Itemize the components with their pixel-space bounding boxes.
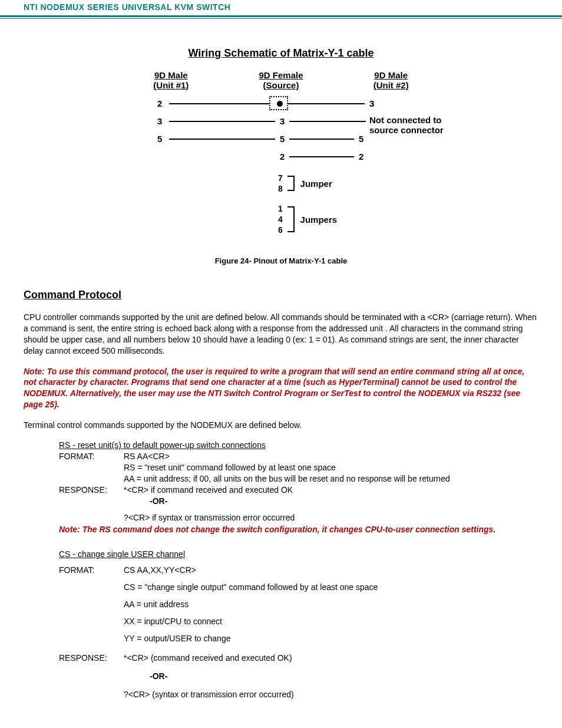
- pin-3-mid: 3: [280, 116, 285, 126]
- or-text: -OR-: [150, 671, 538, 682]
- paragraph-1: CPU controller commands supported by the…: [24, 312, 538, 357]
- pin-2-left: 2: [157, 98, 162, 108]
- cmd-cs-format-5: YY = output/USER to change: [124, 633, 538, 644]
- wire: [289, 121, 366, 122]
- jumpers-label: Jumpers: [300, 215, 338, 225]
- cmd-cs-resp-1: *<CR> (command received and executed OK): [124, 653, 538, 664]
- wire: [289, 156, 354, 157]
- response-label: RESPONSE:: [59, 485, 124, 507]
- cmd-cs-format-2: CS = "change single output" command foll…: [124, 582, 538, 593]
- cmd-rs-format-2: RS = "reset unit" command followed by at…: [124, 462, 538, 473]
- pin-5-right: 5: [359, 134, 363, 144]
- jumper-label: Jumper: [300, 179, 332, 189]
- junction-dot: [277, 101, 283, 107]
- col3-line1: 9D Male: [374, 70, 408, 80]
- pin-row-4: 2 2: [116, 151, 446, 169]
- figure-caption: Figure 24- Pinout of Matrix-Y-1 cable: [24, 256, 538, 265]
- paragraph-2: Terminal control commands supported by t…: [24, 420, 538, 431]
- wire: [169, 121, 275, 122]
- dotted-box: [269, 96, 288, 110]
- bracket-icon: [287, 176, 295, 191]
- cmd-rs-title: RS - reset unit(s) to default power-up s…: [59, 440, 538, 450]
- section-title: Command Protocol: [24, 289, 538, 301]
- col2-line2: (Source): [263, 80, 299, 90]
- page-body: Wiring Schematic of Matrix-Y-1 cable 9D …: [0, 31, 562, 728]
- pin-3-left: 3: [157, 116, 162, 126]
- note-protocol: Note: To use this command protocol, the …: [24, 366, 538, 411]
- pin-1: 1: [278, 203, 283, 214]
- pin-2-mid: 2: [280, 151, 285, 162]
- pin-5-left: 5: [157, 134, 162, 144]
- wiring-schematic: 9D Male(Unit #1) 9D Female(Source) 9D Ma…: [116, 70, 446, 239]
- pin-8: 8: [278, 183, 283, 194]
- header-rule: [0, 15, 562, 19]
- pin-6: 6: [278, 225, 283, 235]
- wire: [169, 139, 275, 140]
- pin-7: 7: [278, 173, 283, 183]
- cmd-rs-resp-2: ?<CR> if syntax or transmission error oc…: [124, 512, 538, 523]
- side-note-line1: Not connected to: [369, 115, 442, 125]
- or-text: -OR-: [150, 496, 538, 507]
- jumper-7-8: 7 8 Jumper: [278, 173, 446, 196]
- page-header: NTI NODEMUX SERIES UNIVERSAL KVM SWITCH: [0, 0, 562, 15]
- cmd-rs-note: Note: The RS command does not change the…: [59, 525, 538, 534]
- pin-row-2: 3 3 Not connected to source connector: [116, 116, 446, 134]
- command-cs: CS - change single USER channel FORMAT: …: [24, 549, 538, 703]
- format-label: FORMAT:: [59, 451, 124, 485]
- pin-row-1: 2 3: [116, 98, 446, 116]
- schematic-title: Wiring Schematic of Matrix-Y-1 cable: [24, 47, 538, 60]
- cmd-rs-resp-1: *<CR> if command received and executed O…: [124, 485, 538, 496]
- col3-line2: (Unit #2): [373, 80, 409, 90]
- pin-5-mid: 5: [280, 134, 285, 144]
- cmd-cs-format-1: CS AA,XX,YY<CR>: [124, 565, 538, 576]
- cmd-cs-format-4: XX = input/CPU to connect: [124, 616, 538, 627]
- pin-row-3: 5 5 5: [116, 134, 446, 151]
- cmd-cs-format-3: AA = unit address: [124, 599, 538, 610]
- response-label: RESPONSE:: [59, 653, 124, 704]
- schematic-columns: 9D Male(Unit #1) 9D Female(Source) 9D Ma…: [116, 70, 446, 90]
- pin-2-right: 2: [359, 151, 363, 162]
- pin-4: 4: [278, 214, 283, 225]
- col1-line1: 9D Male: [154, 70, 188, 80]
- format-label: FORMAT:: [59, 565, 124, 647]
- cmd-cs-resp-2: ?<CR> (syntax or transmission error occu…: [124, 689, 538, 700]
- side-note: Not connected to source connector: [369, 115, 444, 135]
- jumper-1-4-6: 1 4 6 Jumpers: [278, 203, 446, 239]
- wire: [289, 139, 354, 140]
- bracket-icon: [287, 206, 295, 232]
- cmd-rs-format-3: AA = unit address; if 00, all units on t…: [124, 473, 538, 485]
- wire: [288, 103, 365, 104]
- col1-line2: (Unit #1): [153, 80, 189, 90]
- col2-line1: 9D Female: [259, 70, 303, 80]
- cmd-rs-format-1: RS AA<CR>: [124, 451, 538, 462]
- command-rs: RS - reset unit(s) to default power-up s…: [24, 440, 538, 534]
- pin-3-right: 3: [369, 98, 374, 108]
- wire: [169, 103, 269, 104]
- cmd-cs-title: CS - change single USER channel: [59, 549, 538, 559]
